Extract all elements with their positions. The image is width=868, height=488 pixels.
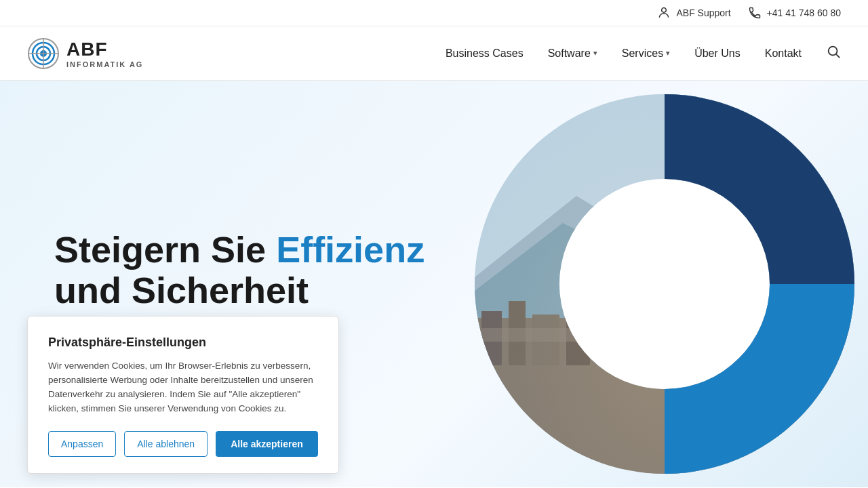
user-icon xyxy=(656,5,671,20)
customize-button[interactable]: Anpassen xyxy=(48,431,116,457)
hero-headline: Steigern Sie Effizienz und Sicherheit xyxy=(54,230,425,310)
nav-business-cases[interactable]: Business Cases xyxy=(446,47,524,60)
phone-link[interactable]: +41 41 748 60 80 xyxy=(747,5,841,20)
logo-sub: INFORMATIK AG xyxy=(66,60,143,68)
accept-button[interactable]: Alle akzeptieren xyxy=(216,431,318,457)
search-button[interactable] xyxy=(826,44,841,62)
cookie-body: Wir verwenden Cookies, um Ihr Browser-Er… xyxy=(48,359,318,416)
top-bar: ABF Support +41 41 748 60 80 xyxy=(0,0,868,26)
headline-accent: Effizienz xyxy=(276,229,425,270)
hero-section: Steigern Sie Effizienz und Sicherheit Se… xyxy=(0,81,868,487)
nav-uber-uns[interactable]: Über Uns xyxy=(694,47,741,60)
headline-line2: und Sicherheit xyxy=(54,270,309,310)
logo-icon xyxy=(27,37,60,70)
hero-visual xyxy=(441,81,868,487)
chevron-down-icon: ▾ xyxy=(593,49,597,58)
headline-plain: Steigern Sie xyxy=(54,229,276,270)
cookie-buttons: Anpassen Alle ablehnen Alle akzeptieren xyxy=(48,431,318,457)
nav-links: Business Cases Software ▾ Services ▾ Übe… xyxy=(446,44,841,62)
main-nav: ABF INFORMATIK AG Business Cases Softwar… xyxy=(0,26,868,81)
phone-label: +41 41 748 60 80 xyxy=(767,7,841,18)
support-link[interactable]: ABF Support xyxy=(656,5,730,20)
svg-point-22 xyxy=(559,179,770,389)
support-label: ABF Support xyxy=(676,7,730,18)
cookie-title: Privatsphäre-Einstellungen xyxy=(48,336,318,350)
logo[interactable]: ABF INFORMATIK AG xyxy=(27,37,143,70)
svg-point-0 xyxy=(662,8,667,13)
nav-services[interactable]: Services ▾ xyxy=(622,47,670,60)
chevron-down-icon: ▾ xyxy=(666,49,670,58)
cookie-banner: Privatsphäre-Einstellungen Wir verwenden… xyxy=(27,316,339,474)
donut-chart xyxy=(441,81,868,487)
svg-line-8 xyxy=(836,54,840,58)
logo-text: ABF INFORMATIK AG xyxy=(66,39,143,68)
logo-abf: ABF xyxy=(66,39,143,60)
svg-point-7 xyxy=(829,47,837,56)
phone-icon xyxy=(747,5,762,20)
nav-kontakt[interactable]: Kontakt xyxy=(765,47,802,60)
nav-software[interactable]: Software ▾ xyxy=(548,47,597,60)
decline-button[interactable]: Alle ablehnen xyxy=(124,431,208,457)
